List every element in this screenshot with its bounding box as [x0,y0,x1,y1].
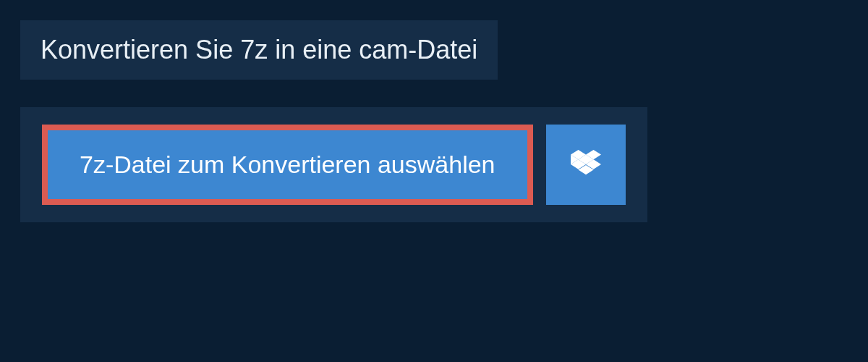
dropbox-icon [571,148,601,182]
select-file-label: 7z-Datei zum Konvertieren auswählen [80,151,495,179]
converter-panel: Konvertieren Sie 7z in eine cam-Datei 7z… [0,0,868,243]
button-section: 7z-Datei zum Konvertieren auswählen [20,107,647,222]
page-title: Konvertieren Sie 7z in eine cam-Datei [41,35,477,65]
title-bar: Konvertieren Sie 7z in eine cam-Datei [20,20,498,80]
select-file-button[interactable]: 7z-Datei zum Konvertieren auswählen [42,125,533,205]
dropbox-button[interactable] [546,125,626,205]
